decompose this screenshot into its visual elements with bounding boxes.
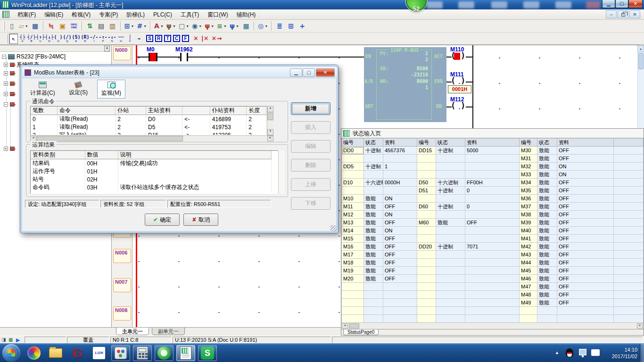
status-cell[interactable]	[465, 251, 520, 259]
status-cell[interactable]: D10	[342, 179, 364, 187]
taskbar-g-app[interactable]: G	[68, 345, 87, 361]
comm-vscrollbar[interactable]: ▲ ▼	[267, 106, 273, 135]
status-column-header[interactable]: 资料	[557, 139, 614, 147]
start-button[interactable]	[2, 344, 20, 362]
status-row[interactable]: M16致能OFFDD20十进制7071M42致能OFF	[342, 243, 644, 251]
status-cell[interactable]: 十进制	[436, 187, 465, 195]
dropdown-icon[interactable]: ▼	[236, 25, 239, 28]
insert-net-icon[interactable]: +	[297, 20, 308, 32]
tool-O[interactable]: ( )O	[54, 33, 63, 44]
status-cell[interactable]	[383, 299, 417, 307]
status-cell[interactable]: M31	[520, 155, 537, 163]
status-cell[interactable]	[342, 155, 364, 163]
status-cell[interactable]	[342, 291, 364, 299]
status-cell[interactable]: D60	[417, 203, 436, 211]
table-cell[interactable]: 419753	[210, 123, 246, 131]
table-cell[interactable]: 读取(Read)	[57, 123, 115, 131]
table-cell[interactable]: 412305	[210, 131, 246, 135]
taskbar-s-app[interactable]: S	[198, 345, 217, 361]
tool-H[interactable]: ──H	[116, 33, 125, 44]
status-cell[interactable]	[383, 155, 417, 163]
status-cell[interactable]	[436, 275, 465, 283]
status-cell[interactable]: ON	[557, 171, 614, 179]
scroll-thumb[interactable]	[349, 323, 359, 329]
status-row[interactable]: D51十进制0M35致能OFF	[342, 187, 644, 195]
scroll-thumb[interactable]	[37, 136, 183, 141]
tool-I[interactable]: -/-I	[90, 33, 99, 44]
status-cell[interactable]	[417, 155, 436, 163]
status-cell[interactable]: OFF	[557, 267, 614, 275]
org-chart-icon[interactable]: ⊞▼	[123, 20, 136, 32]
status-cell[interactable]	[465, 259, 520, 267]
run-icon[interactable]: ▶	[16, 337, 20, 343]
dropdown-icon[interactable]: ▼	[131, 25, 134, 28]
status-cell[interactable]: D51	[417, 187, 436, 195]
status-row[interactable]: M18致能OFFM44致能OFF	[342, 259, 644, 267]
table-cell[interactable]: 站号	[31, 175, 85, 183]
open-file-icon[interactable]: ▱▼	[17, 20, 30, 32]
dropdown-icon[interactable]: ▼	[143, 25, 147, 28]
comm-hscrollbar[interactable]: ◄ ►	[30, 135, 273, 141]
network-icon[interactable]	[579, 349, 586, 355]
status-cell[interactable]	[557, 315, 614, 323]
status-cell[interactable]: 致能	[364, 219, 383, 227]
delete-element-icon[interactable]: ✕	[193, 35, 198, 42]
table-row[interactable]: 2写入(write)2D15->4123052	[31, 131, 266, 135]
status-cell[interactable]: 致能	[364, 275, 383, 283]
dialog-tab-计算器(C)[interactable]: 计算器(C)	[26, 80, 59, 99]
column-header[interactable]: 主站资料	[146, 107, 182, 115]
status-cell[interactable]: 致能	[537, 227, 557, 235]
status-cell[interactable]	[364, 315, 383, 323]
menu-专案(P)[interactable]: 专案(P)	[95, 10, 122, 20]
status-cell[interactable]: OFF	[383, 259, 417, 267]
status-cell[interactable]	[465, 195, 520, 203]
status-cell[interactable]: 致能	[537, 235, 557, 243]
menu-窗口(W)[interactable]: 窗口(W)	[203, 10, 232, 20]
column-header[interactable]: 命令	[57, 107, 115, 115]
status-cell[interactable]	[520, 315, 537, 323]
pointer-tool[interactable]: ⇖	[9, 33, 18, 44]
ok-button[interactable]: ✔确定	[145, 214, 180, 226]
status-cell[interactable]: M19	[342, 267, 364, 275]
run-plug-icon[interactable]: ψ▼	[165, 20, 177, 32]
contact-label[interactable]: M1962	[175, 46, 193, 53]
status-cell[interactable]	[364, 291, 383, 299]
status-cell[interactable]	[436, 315, 465, 323]
status-cell[interactable]	[465, 227, 520, 235]
table-cell[interactable]	[118, 175, 271, 183]
status-cell[interactable]	[465, 171, 520, 179]
status-row[interactable]: M48致能OFF	[342, 291, 644, 299]
status-cell[interactable]	[465, 155, 520, 163]
status-cell[interactable]: 致能	[537, 195, 557, 203]
tree-close-icon[interactable]: ✕	[104, 46, 110, 51]
status-cell[interactable]: 致能	[436, 219, 465, 227]
status-cell[interactable]: 致能	[537, 283, 557, 291]
status-row[interactable]: M10致能ONM36致能OFF	[342, 195, 644, 203]
tool-t-box[interactable]: T	[164, 35, 171, 42]
cascade-windows-icon[interactable]: ▣	[57, 20, 68, 32]
status-cell[interactable]: M34	[520, 179, 537, 187]
status-cell[interactable]: M20	[342, 275, 364, 283]
status-cell[interactable]: M46	[520, 275, 537, 283]
contact-label[interactable]: M0	[147, 46, 155, 53]
dialog-tab-监视(M)[interactable]: 监视(M)	[97, 80, 125, 99]
status-cell[interactable]: M33	[520, 171, 537, 179]
status-cell[interactable]: OFF	[557, 299, 614, 307]
status-cell[interactable]: M45	[520, 267, 537, 275]
status-cell[interactable]	[537, 315, 557, 323]
status-cell[interactable]	[465, 291, 520, 299]
dropdown-icon[interactable]: ▼	[223, 25, 227, 28]
status-cell[interactable]	[417, 267, 436, 275]
status-cell[interactable]: DD0	[342, 147, 364, 155]
menu-检视(V)[interactable]: 检视(V)	[67, 10, 95, 20]
status-cell[interactable]: M44	[520, 259, 537, 267]
status-cell[interactable]: 致能	[537, 267, 557, 275]
status-cell[interactable]	[465, 235, 520, 243]
status-cell[interactable]: ON	[383, 227, 417, 235]
column-header[interactable]: 仆站	[116, 107, 146, 115]
column-header[interactable]: 笔数	[31, 107, 57, 115]
status-cell[interactable]: M10	[342, 195, 364, 203]
tool-D[interactable]: ┤↓├D	[45, 33, 54, 44]
status-cell[interactable]: OFF	[557, 235, 614, 243]
tab-statuspage0[interactable]: StatusPage0	[343, 329, 379, 335]
